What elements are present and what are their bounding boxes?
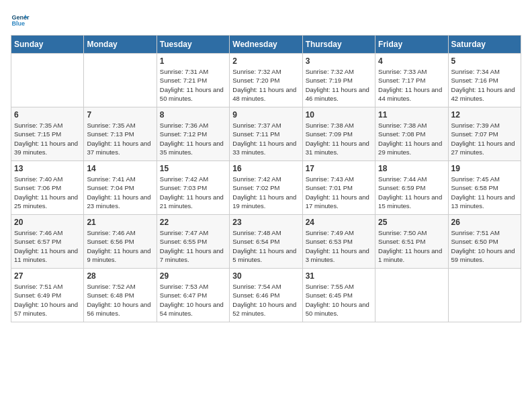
day-info: Sunrise: 7:32 AM Sunset: 7:19 PM Dayligh… (306, 67, 372, 103)
calendar-cell: 25Sunrise: 7:50 AM Sunset: 6:51 PM Dayli… (375, 215, 448, 269)
calendar-cell: 20Sunrise: 7:46 AM Sunset: 6:57 PM Dayli… (11, 215, 84, 269)
day-info: Sunrise: 7:49 AM Sunset: 6:53 PM Dayligh… (306, 228, 372, 264)
day-info: Sunrise: 7:36 AM Sunset: 7:12 PM Dayligh… (160, 121, 226, 156)
day-info: Sunrise: 7:37 AM Sunset: 7:11 PM Dayligh… (232, 121, 299, 156)
calendar-cell: 27Sunrise: 7:51 AM Sunset: 6:49 PM Dayli… (11, 269, 84, 322)
day-info: Sunrise: 7:34 AM Sunset: 7:16 PM Dayligh… (451, 67, 518, 103)
calendar-cell: 31Sunrise: 7:55 AM Sunset: 6:45 PM Dayli… (302, 269, 375, 322)
weekday-header: Tuesday (157, 36, 229, 54)
day-info: Sunrise: 7:44 AM Sunset: 6:59 PM Dayligh… (378, 175, 445, 210)
day-info: Sunrise: 7:43 AM Sunset: 7:01 PM Dayligh… (306, 175, 372, 210)
day-number: 24 (306, 218, 372, 227)
day-info: Sunrise: 7:54 AM Sunset: 6:46 PM Dayligh… (232, 282, 299, 318)
weekday-header: Sunday (11, 36, 84, 54)
day-number: 4 (378, 56, 445, 66)
calendar-cell: 2Sunrise: 7:32 AM Sunset: 7:20 PM Daylig… (230, 54, 302, 107)
calendar-cell: 29Sunrise: 7:53 AM Sunset: 6:47 PM Dayli… (157, 269, 229, 322)
day-number: 16 (232, 164, 299, 173)
day-info: Sunrise: 7:35 AM Sunset: 7:13 PM Dayligh… (87, 121, 153, 156)
day-info: Sunrise: 7:35 AM Sunset: 7:15 PM Dayligh… (14, 121, 81, 156)
day-number: 9 (232, 110, 299, 120)
calendar-cell: 18Sunrise: 7:44 AM Sunset: 6:59 PM Dayli… (375, 161, 448, 215)
calendar-cell (448, 269, 521, 322)
day-info: Sunrise: 7:47 AM Sunset: 6:55 PM Dayligh… (160, 228, 226, 264)
weekday-header: Wednesday (230, 36, 302, 54)
day-number: 5 (451, 56, 518, 66)
calendar-cell: 14Sunrise: 7:41 AM Sunset: 7:04 PM Dayli… (84, 161, 157, 215)
day-info: Sunrise: 7:51 AM Sunset: 6:50 PM Dayligh… (451, 228, 518, 264)
day-number: 18 (378, 164, 445, 173)
day-info: Sunrise: 7:55 AM Sunset: 6:45 PM Dayligh… (306, 282, 372, 318)
calendar-cell (375, 269, 448, 322)
calendar-header-row: SundayMondayTuesdayWednesdayThursdayFrid… (11, 36, 521, 54)
day-number: 17 (306, 164, 372, 173)
day-info: Sunrise: 7:39 AM Sunset: 7:07 PM Dayligh… (451, 121, 518, 156)
day-info: Sunrise: 7:51 AM Sunset: 6:49 PM Dayligh… (14, 282, 81, 318)
calendar-cell: 10Sunrise: 7:38 AM Sunset: 7:09 PM Dayli… (302, 107, 375, 161)
calendar-cell: 19Sunrise: 7:45 AM Sunset: 6:58 PM Dayli… (448, 161, 521, 215)
day-info: Sunrise: 7:33 AM Sunset: 7:17 PM Dayligh… (378, 67, 445, 103)
weekday-header: Saturday (448, 36, 521, 54)
day-number: 15 (160, 164, 226, 173)
calendar-cell: 8Sunrise: 7:36 AM Sunset: 7:12 PM Daylig… (157, 107, 229, 161)
calendar-cell: 26Sunrise: 7:51 AM Sunset: 6:50 PM Dayli… (448, 215, 521, 269)
day-info: Sunrise: 7:38 AM Sunset: 7:09 PM Dayligh… (306, 121, 372, 156)
day-number: 26 (451, 218, 518, 227)
calendar-cell: 11Sunrise: 7:38 AM Sunset: 7:08 PM Dayli… (375, 107, 448, 161)
calendar-cell: 1Sunrise: 7:31 AM Sunset: 7:21 PM Daylig… (157, 54, 229, 107)
day-number: 21 (87, 218, 153, 227)
day-info: Sunrise: 7:45 AM Sunset: 6:58 PM Dayligh… (451, 175, 518, 210)
day-number: 10 (306, 110, 372, 120)
day-number: 19 (451, 164, 518, 173)
day-number: 28 (87, 271, 153, 281)
day-number: 29 (160, 271, 226, 281)
calendar-cell: 6Sunrise: 7:35 AM Sunset: 7:15 PM Daylig… (11, 107, 84, 161)
day-info: Sunrise: 7:38 AM Sunset: 7:08 PM Dayligh… (378, 121, 445, 156)
calendar-week-row: 6Sunrise: 7:35 AM Sunset: 7:15 PM Daylig… (11, 107, 521, 161)
page-header: General Blue (11, 11, 521, 30)
calendar-cell: 4Sunrise: 7:33 AM Sunset: 7:17 PM Daylig… (375, 54, 448, 107)
calendar-cell: 22Sunrise: 7:47 AM Sunset: 6:55 PM Dayli… (157, 215, 229, 269)
calendar-cell: 13Sunrise: 7:40 AM Sunset: 7:06 PM Dayli… (11, 161, 84, 215)
calendar-cell (84, 54, 157, 107)
calendar-cell: 24Sunrise: 7:49 AM Sunset: 6:53 PM Dayli… (302, 215, 375, 269)
day-number: 25 (378, 218, 445, 227)
day-number: 22 (160, 218, 226, 227)
day-info: Sunrise: 7:48 AM Sunset: 6:54 PM Dayligh… (232, 228, 299, 264)
calendar-week-row: 1Sunrise: 7:31 AM Sunset: 7:21 PM Daylig… (11, 54, 521, 107)
calendar-cell: 9Sunrise: 7:37 AM Sunset: 7:11 PM Daylig… (230, 107, 302, 161)
calendar-cell: 30Sunrise: 7:54 AM Sunset: 6:46 PM Dayli… (230, 269, 302, 322)
weekday-header: Monday (84, 36, 157, 54)
day-number: 2 (232, 56, 299, 66)
day-number: 20 (14, 218, 81, 227)
day-info: Sunrise: 7:42 AM Sunset: 7:02 PM Dayligh… (232, 175, 299, 210)
calendar-cell: 16Sunrise: 7:42 AM Sunset: 7:02 PM Dayli… (230, 161, 302, 215)
weekday-header: Friday (375, 36, 448, 54)
day-number: 1 (160, 56, 226, 66)
calendar-table: SundayMondayTuesdayWednesdayThursdayFrid… (11, 35, 521, 322)
day-number: 23 (232, 218, 299, 227)
calendar-cell: 21Sunrise: 7:46 AM Sunset: 6:56 PM Dayli… (84, 215, 157, 269)
day-info: Sunrise: 7:46 AM Sunset: 6:56 PM Dayligh… (87, 228, 153, 264)
calendar-cell: 5Sunrise: 7:34 AM Sunset: 7:16 PM Daylig… (448, 54, 521, 107)
day-number: 3 (306, 56, 372, 66)
calendar-cell: 15Sunrise: 7:42 AM Sunset: 7:03 PM Dayli… (157, 161, 229, 215)
calendar-cell: 23Sunrise: 7:48 AM Sunset: 6:54 PM Dayli… (230, 215, 302, 269)
day-number: 14 (87, 164, 153, 173)
day-info: Sunrise: 7:41 AM Sunset: 7:04 PM Dayligh… (87, 175, 153, 210)
weekday-header: Thursday (302, 36, 375, 54)
calendar-week-row: 13Sunrise: 7:40 AM Sunset: 7:06 PM Dayli… (11, 161, 521, 215)
day-number: 12 (451, 110, 518, 120)
day-info: Sunrise: 7:40 AM Sunset: 7:06 PM Dayligh… (14, 175, 81, 210)
day-info: Sunrise: 7:52 AM Sunset: 6:48 PM Dayligh… (87, 282, 153, 318)
day-number: 6 (14, 110, 81, 120)
calendar-cell: 28Sunrise: 7:52 AM Sunset: 6:48 PM Dayli… (84, 269, 157, 322)
day-number: 7 (87, 110, 153, 120)
day-number: 13 (14, 164, 81, 173)
day-number: 31 (306, 271, 372, 281)
day-number: 11 (378, 110, 445, 120)
calendar-cell: 12Sunrise: 7:39 AM Sunset: 7:07 PM Dayli… (448, 107, 521, 161)
day-number: 27 (14, 271, 81, 281)
day-info: Sunrise: 7:31 AM Sunset: 7:21 PM Dayligh… (160, 67, 226, 103)
calendar-body: 1Sunrise: 7:31 AM Sunset: 7:21 PM Daylig… (11, 54, 521, 322)
